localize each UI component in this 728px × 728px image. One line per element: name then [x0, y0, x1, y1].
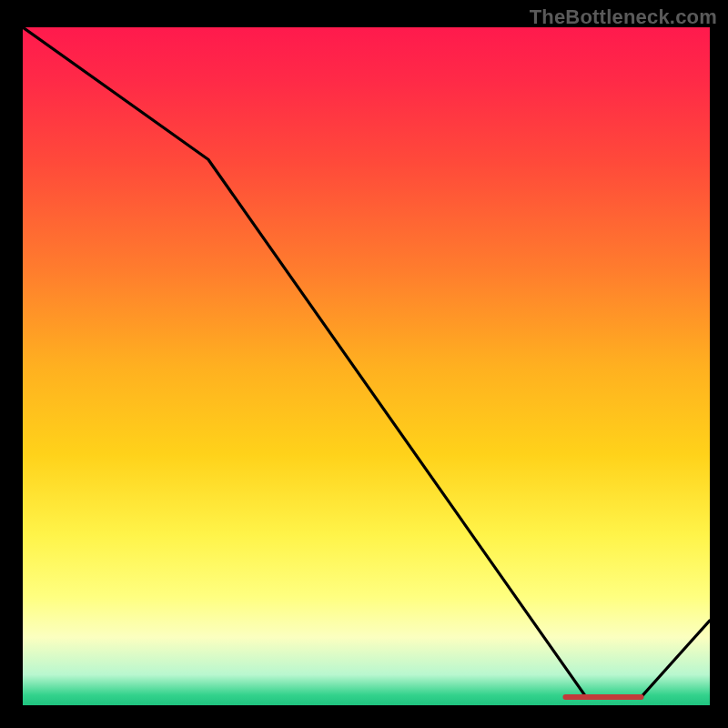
plot-inner	[23, 27, 710, 705]
plot-area	[23, 27, 710, 705]
chart-container: { "attribution": "TheBottleneck.com", "c…	[0, 0, 728, 728]
attribution-text: TheBottleneck.com	[530, 5, 717, 29]
chart-svg	[23, 27, 710, 705]
svg-rect-0	[23, 27, 710, 705]
